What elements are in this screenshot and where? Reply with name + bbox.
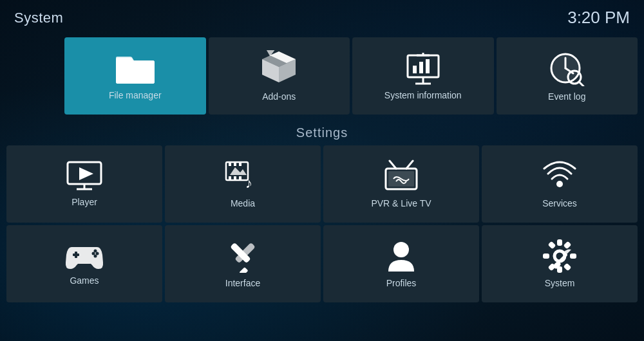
tile-player[interactable]: Player xyxy=(6,145,162,223)
tile-event-log[interactable]: Event log xyxy=(497,37,638,115)
svg-rect-58 xyxy=(564,263,572,272)
tile-media[interactable]: ♪ Media xyxy=(165,145,321,223)
svg-point-22 xyxy=(551,54,580,82)
svg-rect-56 xyxy=(564,241,572,250)
svg-rect-31 xyxy=(229,176,231,180)
player-icon xyxy=(66,161,102,192)
services-icon xyxy=(543,160,576,193)
svg-text:♪: ♪ xyxy=(245,175,252,191)
svg-line-38 xyxy=(390,161,396,169)
svg-rect-11 xyxy=(419,62,423,73)
interface-icon xyxy=(226,239,260,273)
settings-grid: Player ♪ Media xyxy=(6,145,638,302)
folder-icon xyxy=(115,51,156,85)
media-label: Media xyxy=(231,198,255,208)
tile-services[interactable]: Services xyxy=(482,145,638,223)
system-info-icon xyxy=(405,51,441,85)
tile-system-information[interactable]: System information xyxy=(352,37,494,115)
pvr-live-tv-label: PVR & Live TV xyxy=(371,198,431,208)
svg-line-21 xyxy=(579,82,583,86)
svg-rect-55 xyxy=(570,253,576,259)
tile-add-ons[interactable]: Add-ons xyxy=(209,37,350,115)
svg-rect-52 xyxy=(557,239,562,246)
svg-rect-30 xyxy=(239,162,242,166)
settings-label: Settings xyxy=(6,125,638,140)
svg-marker-24 xyxy=(79,167,93,180)
games-icon xyxy=(65,242,104,270)
clock-display: 3:20 PM xyxy=(567,8,630,28)
settings-section: Settings Player xyxy=(6,125,638,302)
pvr-icon xyxy=(383,160,419,193)
page-title: System xyxy=(14,10,63,26)
svg-rect-57 xyxy=(548,241,556,250)
add-ons-label: Add-ons xyxy=(262,91,296,102)
tile-file-manager[interactable]: File manager xyxy=(64,37,206,115)
system-icon xyxy=(543,239,576,273)
svg-point-50 xyxy=(393,242,409,257)
tile-interface[interactable]: Interface xyxy=(165,225,321,302)
system-label: System xyxy=(545,278,575,288)
svg-line-39 xyxy=(406,161,413,169)
svg-point-45 xyxy=(94,250,97,253)
tile-profiles[interactable]: Profiles xyxy=(323,225,479,302)
svg-rect-29 xyxy=(234,162,236,166)
profiles-icon xyxy=(386,239,417,273)
addons-icon xyxy=(261,50,297,86)
player-label: Player xyxy=(71,197,97,207)
tile-pvr-live-tv[interactable]: PVR & Live TV xyxy=(323,145,479,223)
svg-rect-42 xyxy=(75,252,77,258)
event-log-icon xyxy=(549,50,585,86)
tile-system[interactable]: System xyxy=(482,225,638,302)
top-bar: System 3:20 PM xyxy=(0,0,644,35)
top-row: File manager Add-ons xyxy=(64,37,638,115)
svg-rect-10 xyxy=(413,66,417,73)
games-label: Games xyxy=(70,275,99,286)
svg-point-46 xyxy=(94,255,97,258)
svg-marker-34 xyxy=(230,167,247,175)
profiles-label: Profiles xyxy=(386,278,417,288)
svg-point-43 xyxy=(92,252,95,255)
event-log-label: Event log xyxy=(548,91,585,102)
svg-point-44 xyxy=(96,252,99,255)
svg-rect-12 xyxy=(426,59,430,73)
interface-label: Interface xyxy=(225,278,260,288)
svg-rect-32 xyxy=(234,176,236,180)
system-information-label: System information xyxy=(384,90,462,100)
svg-rect-49 xyxy=(239,267,248,273)
file-manager-label: File manager xyxy=(109,90,162,100)
tile-games[interactable]: Games xyxy=(6,225,162,302)
svg-point-40 xyxy=(556,181,563,187)
svg-rect-28 xyxy=(229,162,231,166)
svg-rect-54 xyxy=(543,253,549,259)
services-label: Services xyxy=(542,198,577,208)
svg-rect-33 xyxy=(239,176,242,180)
media-icon: ♪ xyxy=(225,160,261,193)
